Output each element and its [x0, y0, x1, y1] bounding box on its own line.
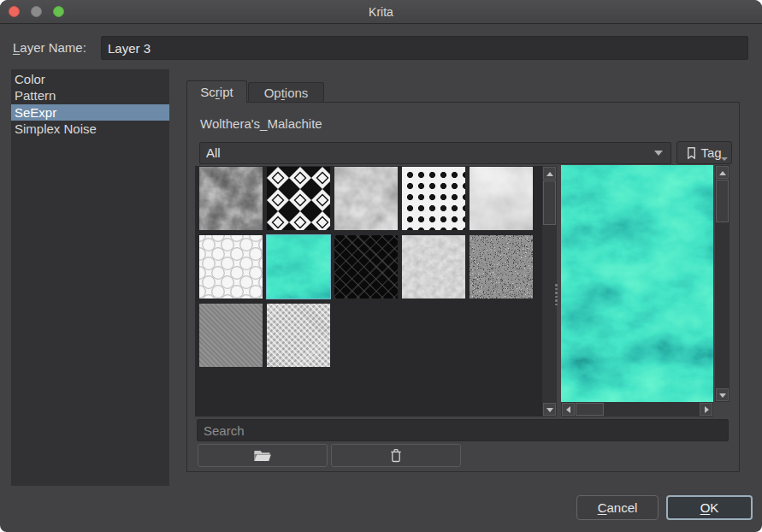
cancel-button[interactable]: Cancel — [576, 495, 659, 520]
malachite-preview-image — [561, 165, 713, 402]
delete-resource-button[interactable] — [331, 444, 461, 467]
pattern-thumbnail-weave-gray[interactable] — [199, 304, 263, 367]
selected-pattern-name: Wolthera's_Malachite — [200, 116, 322, 131]
pattern-thumbnail-marble-dark[interactable] — [199, 167, 263, 230]
scroll-down-button[interactable] — [543, 403, 556, 416]
generator-item-color[interactable]: Color — [11, 71, 169, 87]
ok-button[interactable]: OK — [666, 495, 753, 520]
chevron-down-icon — [654, 151, 663, 156]
zoom-button[interactable] — [53, 6, 64, 17]
pattern-grid-viewport — [195, 166, 557, 417]
pattern-thumbnail-speckle-dark[interactable] — [470, 235, 533, 299]
pattern-thumbnail-triangles-bw[interactable] — [267, 167, 330, 230]
scroll-up-button[interactable] — [543, 167, 556, 180]
search-input[interactable] — [197, 419, 729, 441]
chevron-down-icon — [721, 157, 728, 161]
tag-button[interactable]: Tag — [676, 141, 732, 164]
scroll-left-button[interactable] — [562, 403, 575, 416]
generator-item-seexpr[interactable]: SeExpr — [11, 104, 169, 121]
pattern-preview — [561, 165, 730, 417]
tab-script[interactable]: Script — [186, 80, 247, 103]
pattern-thumbnail-clouds-gray[interactable] — [470, 167, 533, 230]
generator-list: ColorPatternSeExprSimplex Noise — [11, 69, 169, 486]
titlebar[interactable]: Krita — [0, 0, 762, 24]
folder-icon — [253, 449, 272, 463]
pattern-thumbnail-hatch-light[interactable] — [267, 304, 330, 367]
tag-filter-combobox[interactable]: All — [199, 142, 671, 164]
krita-fill-layer-dialog: Krita Layer Name: ColorPatternSeExprSimp… — [0, 0, 762, 532]
scrollbar-thumb[interactable] — [716, 180, 729, 222]
generator-item-pattern[interactable]: Pattern — [11, 87, 169, 103]
window-title: Krita — [0, 0, 762, 24]
script-tab-panel: Wolthera's_Malachite All Tag — [186, 102, 740, 472]
pattern-thumbnail-dots-bw[interactable] — [402, 167, 465, 230]
tab-options[interactable]: Options — [248, 82, 324, 103]
trash-icon — [389, 448, 403, 463]
preview-vertical-scrollbar[interactable] — [715, 165, 730, 402]
pattern-thumbnail-concrete-gray[interactable] — [402, 235, 465, 299]
close-button[interactable] — [9, 6, 20, 17]
generator-item-simplex-noise[interactable]: Simplex Noise — [11, 121, 169, 137]
splitter-handle[interactable] — [555, 284, 558, 305]
scrollbar-thumb[interactable] — [576, 403, 604, 416]
scrollbar-thumb[interactable] — [543, 180, 556, 225]
preview-horizontal-scrollbar[interactable] — [561, 402, 713, 417]
pattern-thumbnail-truchet-white[interactable] — [199, 235, 263, 299]
scroll-up-button[interactable] — [716, 166, 729, 179]
pattern-thumbnail-maze-dark[interactable] — [334, 235, 398, 299]
import-resource-button[interactable] — [198, 444, 328, 467]
pattern-thumbnail-malachite[interactable] — [267, 235, 330, 299]
scroll-down-button[interactable] — [716, 388, 729, 401]
pattern-thumbnail-mottle-gray[interactable] — [334, 167, 398, 230]
scroll-right-button[interactable] — [700, 403, 712, 416]
bookmark-icon — [687, 146, 696, 160]
tag-button-label: Tag — [700, 145, 721, 160]
tag-filter-value: All — [206, 145, 221, 160]
minimize-button[interactable] — [31, 6, 42, 17]
layer-name-label: Layer Name: — [13, 40, 86, 55]
layer-name-input[interactable] — [101, 36, 748, 60]
